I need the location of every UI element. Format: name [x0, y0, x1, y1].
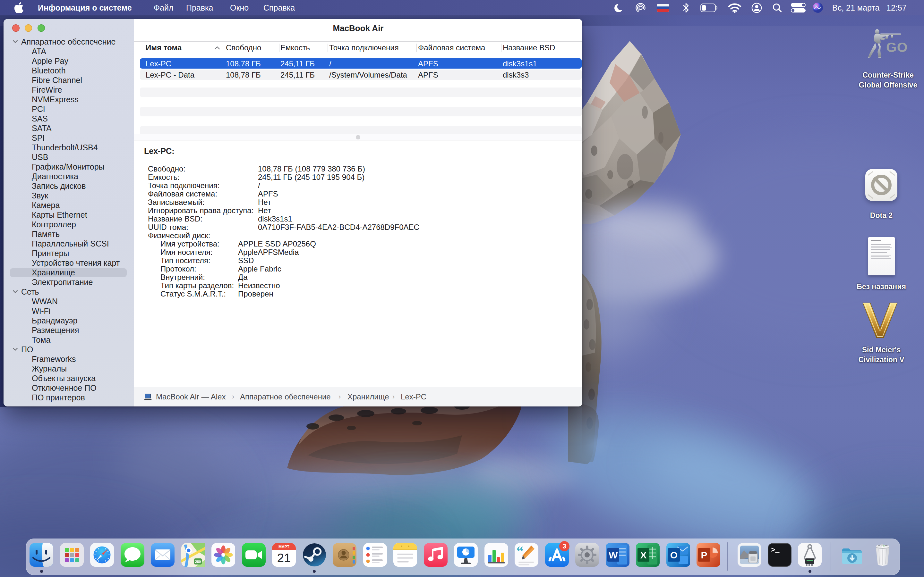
svg-text:P: P [701, 550, 707, 560]
svg-text:GO: GO [886, 40, 908, 55]
svg-text:МАРТ: МАРТ [278, 545, 290, 549]
svg-text:280: 280 [195, 560, 200, 564]
svg-text:>_: >_ [771, 546, 780, 554]
svg-text:21: 21 [277, 551, 291, 565]
svg-text:O: O [670, 550, 677, 560]
svg-text:X: X [640, 550, 646, 560]
svg-text:W: W [609, 550, 618, 560]
